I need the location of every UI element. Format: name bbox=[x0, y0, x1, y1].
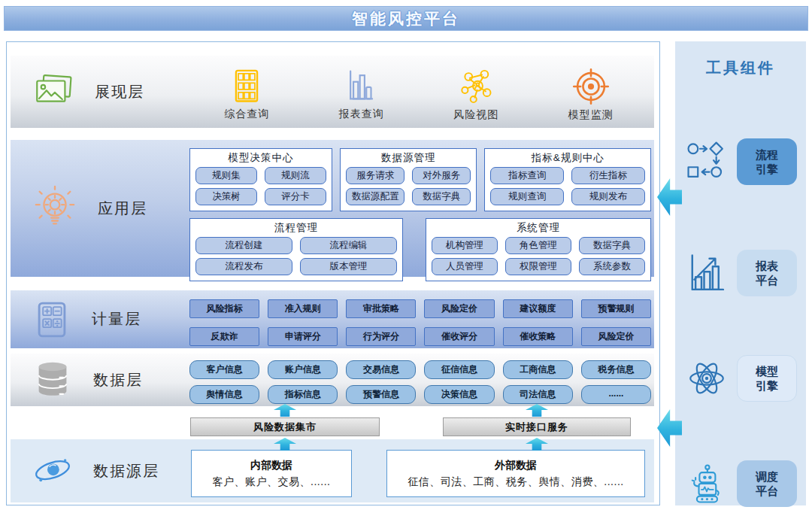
tool-item-model-engine: 模型引擎 bbox=[675, 354, 806, 402]
internal-data-title: 内部数据 bbox=[250, 459, 292, 472]
group-process-management: 流程管理 流程创建 流程编辑 流程发布 版本管理 bbox=[189, 218, 403, 281]
data-layer-header: 数据层 bbox=[11, 354, 189, 406]
main-panel: 展现层 综合查询 bbox=[6, 41, 660, 505]
data-pill: 决策信息 bbox=[424, 385, 494, 404]
data-pill: 征信信息 bbox=[424, 360, 494, 379]
photos-icon bbox=[32, 70, 75, 114]
risk-platform-diagram: 智能风控平台 展现层 bbox=[0, 0, 812, 513]
presentation-item-label: 模型监测 bbox=[568, 108, 614, 122]
data-items: 客户信息 账户信息 交易信息 征信信息 工商信息 税务信息 舆情信息 指标信息 … bbox=[189, 360, 651, 404]
application-layer-row: 应用层 模型决策中心 规则集 规则流 决策树 评分卡 数据源管理 bbox=[11, 140, 654, 277]
app-pill: 版本管理 bbox=[300, 258, 397, 275]
measure-pill: 预警规则 bbox=[581, 299, 651, 318]
measure-pill: 反欺诈 bbox=[189, 327, 259, 346]
app-pill: 评分卡 bbox=[265, 188, 326, 205]
tools-sidebar-title: 工具组件 bbox=[675, 58, 806, 78]
group-system-management: 系统管理 机构管理 角色管理 数据字典 人员管理 权限管理 系统参数 bbox=[426, 218, 651, 281]
data-pill: 预警信息 bbox=[346, 385, 416, 404]
measurement-layer-row: 计量层 风险指标 准入规则 审批策略 风险定价 建议额度 预警规则 反欺诈 申请… bbox=[11, 290, 654, 348]
presentation-item: 风险视图 bbox=[453, 67, 498, 122]
data-pill: 工商信息 bbox=[503, 360, 573, 379]
robot-icon bbox=[684, 463, 729, 505]
presentation-items: 综合查询 报表查询 bbox=[189, 56, 648, 128]
lightbulb-gear-icon bbox=[32, 185, 78, 232]
app-pill: 流程编辑 bbox=[300, 237, 397, 254]
tools-sidebar: 工具组件 流程引擎 bbox=[675, 41, 806, 505]
presentation-layer-label: 展现层 bbox=[95, 82, 144, 102]
group-model-decision-center: 模型决策中心 规则集 规则流 决策树 评分卡 bbox=[189, 148, 332, 211]
datasource-layer-header: 数据源层 bbox=[11, 439, 189, 502]
data-layer-label: 数据层 bbox=[93, 370, 143, 390]
group-title: 指标&规则中心 bbox=[490, 151, 645, 165]
measure-pill: 审批策略 bbox=[346, 299, 416, 318]
app-pill: 权限管理 bbox=[505, 258, 571, 275]
report-platform-label: 报表平台 bbox=[755, 259, 779, 288]
app-pill: 衍生指标 bbox=[571, 167, 645, 184]
group-indicator-rule-center: 指标&规则中心 指标查询 衍生指标 规则查询 规则发布 bbox=[484, 148, 651, 211]
application-layer-header: 应用层 bbox=[11, 140, 189, 277]
flowchart-icon bbox=[684, 140, 729, 184]
measure-pill: 催收评分 bbox=[424, 327, 494, 346]
app-pill: 流程发布 bbox=[195, 258, 292, 275]
app-pill: 流程创建 bbox=[195, 237, 292, 254]
schedule-platform-label: 调度平台 bbox=[755, 469, 779, 499]
process-engine-button: 流程引擎 bbox=[737, 138, 797, 185]
presentation-item-label: 风险视图 bbox=[453, 108, 498, 122]
tool-item-schedule-platform: 调度平台 bbox=[675, 460, 806, 508]
app-pill: 数据字典 bbox=[579, 237, 645, 254]
app-pill: 决策树 bbox=[195, 188, 257, 205]
datasource-layer-label: 数据源层 bbox=[93, 461, 159, 481]
app-pill: 人员管理 bbox=[432, 258, 498, 275]
galaxy-icon bbox=[32, 450, 74, 492]
app-pill: 角色管理 bbox=[505, 237, 571, 254]
app-pill: 规则查询 bbox=[490, 188, 564, 205]
database-icon bbox=[32, 359, 74, 401]
external-data-desc: 征信、司法、工商、税务、舆情、消费、...... bbox=[408, 475, 623, 489]
data-pill: 指标信息 bbox=[268, 385, 338, 404]
group-datasource-management: 数据源管理 服务请求 对外服务 数据源配置 数据字典 bbox=[340, 148, 477, 211]
app-pill: 对外服务 bbox=[412, 167, 471, 184]
app-pill: 数据字典 bbox=[412, 188, 471, 205]
measure-pill: 申请评分 bbox=[268, 327, 338, 346]
process-engine-label: 流程引擎 bbox=[755, 147, 779, 177]
atom-icon bbox=[684, 357, 729, 400]
presentation-layer-row: 展现层 综合查询 bbox=[11, 56, 654, 128]
data-pill: ...... bbox=[581, 385, 651, 404]
measure-pill: 催收策略 bbox=[503, 327, 573, 346]
presentation-layer-header: 展现层 bbox=[11, 56, 189, 128]
network-icon bbox=[456, 67, 495, 106]
app-pill: 数据源配置 bbox=[346, 188, 404, 205]
report-chart-icon bbox=[684, 252, 729, 294]
presentation-item-label: 报表查询 bbox=[339, 108, 384, 121]
group-title: 模型决策中心 bbox=[195, 151, 326, 165]
schedule-platform-button: 调度平台 bbox=[737, 460, 797, 507]
report-platform-button: 报表平台 bbox=[737, 250, 797, 296]
measure-pill: 风险指标 bbox=[189, 299, 259, 318]
measure-pill: 准入规则 bbox=[268, 299, 338, 318]
calculator-icon bbox=[32, 299, 72, 340]
external-data-box: 外部数据 征信、司法、工商、税务、舆情、消费、...... bbox=[386, 450, 645, 497]
platform-title: 智能风控平台 bbox=[352, 8, 460, 29]
measure-pill: 行为评分 bbox=[346, 327, 416, 346]
measurement-items: 风险指标 准入规则 审批策略 风险定价 建议额度 预警规则 反欺诈 申请评分 行… bbox=[189, 299, 651, 346]
tool-item-process-engine: 流程引擎 bbox=[675, 138, 806, 186]
app-pill: 规则集 bbox=[195, 167, 257, 184]
data-layer-row: 数据层 客户信息 账户信息 交易信息 征信信息 工商信息 税务信息 舆情信息 指… bbox=[11, 354, 654, 406]
group-title: 数据源管理 bbox=[346, 151, 471, 165]
data-pill: 客户信息 bbox=[189, 360, 259, 379]
presentation-item: 综合查询 bbox=[224, 68, 269, 121]
application-layer-label: 应用层 bbox=[98, 199, 147, 219]
measure-pill: 建议额度 bbox=[503, 299, 573, 318]
external-data-title: 外部数据 bbox=[495, 459, 537, 472]
app-pill: 系统参数 bbox=[579, 258, 645, 275]
data-pill: 账户信息 bbox=[268, 360, 338, 379]
application-groups: 模型决策中心 规则集 规则流 决策树 评分卡 数据源管理 服务请求 对外服务 bbox=[189, 148, 651, 281]
grid-icon bbox=[228, 68, 265, 105]
app-pill: 机构管理 bbox=[432, 237, 498, 254]
bar-chart-icon bbox=[343, 68, 380, 105]
tool-item-report-platform: 报表平台 bbox=[675, 249, 806, 297]
presentation-item-label: 综合查询 bbox=[224, 108, 269, 121]
measurement-layer-label: 计量层 bbox=[92, 309, 141, 329]
data-pill: 税务信息 bbox=[581, 360, 651, 379]
data-pill: 舆情信息 bbox=[189, 385, 259, 404]
